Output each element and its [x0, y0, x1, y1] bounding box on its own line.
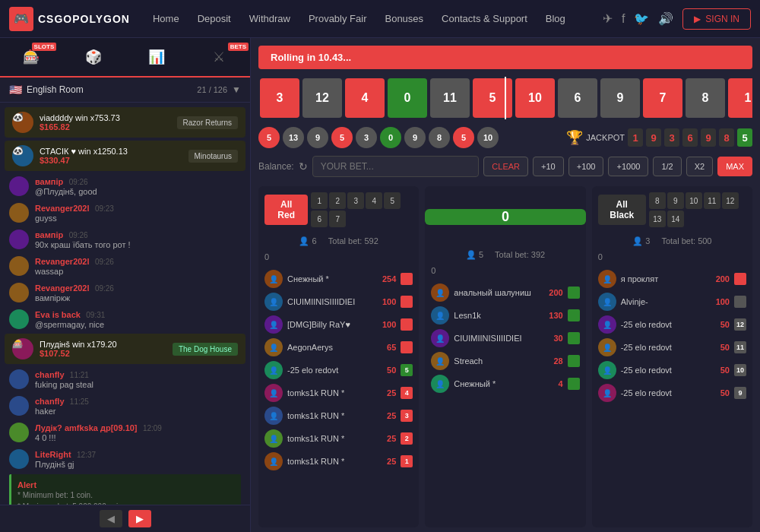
max-button[interactable]: MAX: [717, 157, 752, 176]
balance-refresh-icon[interactable]: ↻: [299, 160, 308, 173]
player-name: tomks1k RUN *: [287, 457, 382, 466]
player-row: 👤CIUIMIINISIIIIDIEI30: [428, 327, 582, 350]
chat-prev-btn[interactable]: ◀: [100, 510, 122, 527]
player-avatar: 👤: [431, 306, 449, 325]
player-badge: [401, 296, 413, 308]
tab-dice[interactable]: 🎲: [62, 38, 125, 76]
nav-provably-fair[interactable]: Provably Fair: [301, 8, 375, 29]
player-avatar: 👤: [431, 375, 449, 393]
chat-content-10: LiteRight 12:37 Плудінš gj: [35, 449, 96, 469]
chat-msg-9: Лудік? amfkska дp[09.10] 12:09 4 0 !!!: [5, 420, 245, 445]
win-amount-2: $330.47: [40, 156, 182, 165]
chat-content-8: chanfly 11:25 haker: [35, 396, 89, 416]
chat-name-7: chanfly: [35, 370, 65, 379]
telegram-icon[interactable]: ✈: [603, 11, 613, 26]
nav-deposit[interactable]: Deposit: [190, 8, 239, 29]
chat-avatar-2: [9, 203, 29, 223]
red-num-btn-5[interactable]: 5: [384, 192, 401, 209]
player-badge: [568, 287, 580, 299]
chat-text-2: guyss: [35, 214, 114, 223]
chat-name-2: Revanger202l: [35, 204, 90, 213]
red-num-btn-4[interactable]: 4: [366, 192, 382, 209]
room-count: 21 / 126: [197, 85, 227, 94]
nav-contacts[interactable]: Contacts & Support: [434, 8, 535, 29]
ball-2: 13: [283, 127, 304, 148]
chat-content-5: Revanger202l 09:26 вампіркж: [35, 283, 114, 302]
nav-home[interactable]: Home: [145, 8, 187, 29]
chat-time-2: 09:23: [95, 204, 114, 213]
alert-line-1: * Minimum bet: 1 coin.: [17, 491, 93, 499]
black-num-btn-10[interactable]: 10: [686, 192, 702, 209]
all-black-button[interactable]: All Black: [598, 195, 646, 225]
chat-avatar-10: [9, 449, 29, 469]
black-num-btn-9[interactable]: 9: [667, 192, 684, 209]
win-game-btn-2[interactable]: Minotaurus: [188, 150, 238, 163]
jackpot-trophy-icon: 🏆: [566, 129, 583, 146]
tab-game[interactable]: 🎰 SLOTS: [0, 38, 62, 76]
green-total-row: 👤 5 Total bet: 392: [425, 247, 585, 263]
red-num-btn-1[interactable]: 1: [311, 192, 328, 209]
jackpot-d6: 8: [719, 128, 734, 147]
win-game-btn-1[interactable]: Razor Returns: [177, 116, 238, 129]
chat-text-4: wassap: [35, 267, 114, 276]
chat-name-8: chanfly: [35, 397, 65, 406]
player-badge: [568, 355, 580, 367]
twitter-icon[interactable]: 🐦: [634, 11, 649, 26]
black-num-btn-12[interactable]: 12: [722, 192, 739, 209]
player-avatar: 👤: [264, 338, 283, 356]
player-avatar: 👤: [264, 315, 283, 334]
chat-next-btn[interactable]: ▶: [128, 510, 151, 527]
win-name-1: viaddddy win x753.73: [40, 113, 171, 122]
nav-bonuses[interactable]: Bonuses: [377, 8, 431, 29]
player-row: 👤анальный шалуниш200: [428, 281, 582, 304]
black-num-btn-11[interactable]: 11: [704, 192, 720, 209]
player-amount: 30: [553, 334, 562, 343]
roulette-cell-5: 11: [430, 78, 470, 118]
nav-withdraw[interactable]: Withdraw: [242, 8, 298, 29]
bet-input[interactable]: [312, 156, 480, 177]
clear-button[interactable]: CLEAR: [483, 157, 528, 176]
chat-name-6: Eva is back: [35, 310, 81, 319]
tab-vs[interactable]: ⚔ BETS: [188, 38, 250, 76]
half-button[interactable]: 1/2: [653, 157, 681, 176]
chat-time-8: 11:25: [70, 397, 89, 406]
black-players-list: 👤я проклят200👤Alvinje-100👤-25 elo redovt…: [592, 264, 752, 527]
black-num-btn-8[interactable]: 8: [649, 192, 666, 209]
red-num-btn-7[interactable]: 7: [329, 211, 346, 227]
x2-button[interactable]: X2: [686, 157, 713, 176]
win-banner-3: 🎰 Плудінš win x179.20 $107.52 The Dog Ho…: [5, 334, 245, 364]
black-num-btn-14[interactable]: 14: [667, 211, 684, 227]
nav-blog[interactable]: Blog: [538, 8, 573, 29]
red-num-btn-2[interactable]: 2: [329, 192, 346, 209]
player-badge: 10: [734, 364, 746, 376]
tab-chart[interactable]: 📊: [125, 38, 188, 76]
red-num-btn-6[interactable]: 6: [311, 211, 328, 227]
win-game-btn-3[interactable]: The Dog House: [173, 343, 238, 356]
player-name: Lesn1k: [454, 311, 544, 320]
player-avatar: 👤: [431, 352, 449, 370]
all-red-button[interactable]: All Red: [264, 195, 308, 225]
player-amount: 50: [387, 366, 396, 375]
player-avatar: 👤: [264, 429, 283, 448]
facebook-icon[interactable]: f: [622, 12, 625, 26]
player-name: AegonAerys: [287, 343, 382, 352]
dropdown-icon[interactable]: ▼: [232, 84, 241, 95]
chat-msg-1: вампір 09:26 @Плудінš, good: [5, 174, 245, 198]
ball-7: 9: [404, 127, 426, 148]
black-num-btn-13[interactable]: 13: [649, 211, 666, 227]
player-amount: 4: [559, 379, 563, 388]
plus100-button[interactable]: +100: [568, 157, 604, 176]
plus1000-button[interactable]: +1000: [608, 157, 648, 176]
green-bet-button[interactable]: 0: [425, 209, 585, 225]
jackpot-d7: 5: [737, 128, 752, 147]
player-row: 👤я проклят200: [595, 268, 749, 290]
player-avatar: 👤: [598, 293, 616, 311]
black-players-icon: 👤: [632, 236, 643, 245]
player-avatar: 👤: [264, 270, 283, 288]
chat-text-7: fuking pag steal: [35, 380, 93, 389]
plus10-button[interactable]: +10: [533, 157, 564, 176]
sign-in-button[interactable]: ▶ SIGN IN: [682, 8, 751, 30]
player-amount: 50: [720, 320, 730, 329]
red-num-btn-3[interactable]: 3: [347, 192, 364, 209]
volume-icon[interactable]: 🔊: [658, 11, 673, 26]
